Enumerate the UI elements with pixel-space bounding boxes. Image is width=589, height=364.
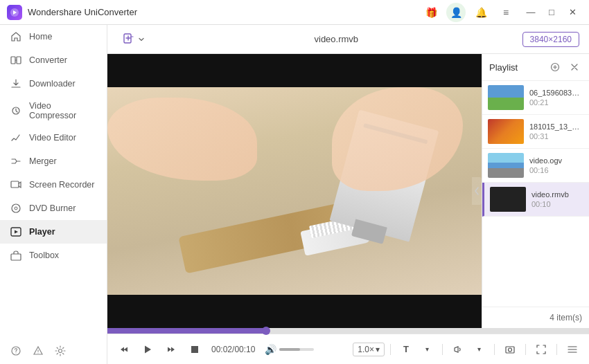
menu-icon[interactable]: ≡ [496, 3, 516, 22]
playlist-thumb-3 [488, 153, 524, 178]
dvd-icon [10, 202, 22, 215]
subtitle-dropdown-icon: ▾ [425, 345, 429, 353]
fullscreen-button[interactable] [531, 340, 551, 359]
sidebar-item-converter[interactable]: Converter [0, 48, 107, 72]
player-toolbar: video.rmvb 3840×2160 [107, 25, 589, 54]
playlist-toggle-button[interactable] [563, 340, 582, 359]
add-file-icon [123, 33, 135, 46]
time-display: 00:02/00:10 [211, 345, 255, 354]
filename-label: video.rmvb [157, 34, 516, 44]
playlist-item-duration-4: 00:10 [531, 200, 583, 208]
app-title: Wondershare UniConverter [28, 7, 421, 17]
notification-icon[interactable]: 🔔 [471, 3, 491, 22]
video-area[interactable] [107, 54, 482, 328]
snapshot-button[interactable] [500, 340, 520, 359]
main-layout: Home Converter Downloader Video Compress… [0, 25, 589, 364]
playlist-item[interactable]: 181015_13_Venic... 00:31 [482, 115, 589, 149]
sidebar-label-converter: Converter [29, 55, 67, 65]
rewind-icon [119, 345, 129, 354]
minimize-button[interactable]: — [521, 6, 540, 19]
sidebar-item-downloader[interactable]: Downloader [0, 72, 107, 95]
close-button[interactable]: ✕ [563, 6, 582, 19]
alert-icon[interactable] [32, 345, 44, 357]
playlist-item[interactable]: video.ogv 00:16 [482, 149, 589, 183]
subtitle-icon: T [403, 344, 409, 354]
video-frame [107, 54, 482, 328]
volume-icon[interactable]: 🔊 [265, 344, 276, 355]
sidebar-label-downloader: Downloader [29, 79, 76, 89]
playlist-item-duration-2: 00:31 [529, 132, 583, 140]
svg-rect-1 [11, 57, 15, 64]
remove-from-playlist-icon[interactable] [567, 60, 582, 75]
snapshot-icon [505, 345, 515, 354]
collapse-playlist-button[interactable] [472, 177, 482, 205]
playlist-item[interactable]: 06_1596083776.d... 00:21 [482, 81, 589, 115]
svg-point-5 [12, 204, 20, 212]
audio-track-button[interactable] [448, 340, 468, 359]
video-playlist-row: Playlist 06_159 [107, 54, 589, 328]
speed-dropdown-icon: ▾ [376, 345, 380, 354]
sidebar-item-merger[interactable]: Merger [0, 149, 107, 173]
fullscreen-icon [536, 345, 546, 354]
playlist-item-info-1: 06_1596083776.d... 00:21 [529, 89, 583, 107]
playlist-actions [547, 60, 582, 75]
rewind-button[interactable] [114, 340, 134, 359]
content-area: video.rmvb 3840×2160 [107, 25, 589, 364]
dropdown-arrow-icon [138, 36, 145, 43]
subtitle-group: T ▾ [396, 340, 437, 359]
stop-button[interactable] [185, 340, 204, 359]
add-file-button[interactable] [117, 30, 150, 48]
audio-track-icon [453, 345, 463, 354]
svg-rect-15 [191, 346, 198, 353]
svg-point-10 [15, 352, 16, 353]
gift-icon[interactable]: 🎁 [421, 3, 441, 22]
sidebar-item-home[interactable]: Home [0, 25, 107, 48]
collapse-icon [474, 187, 480, 195]
sidebar-item-toolbox[interactable]: Toolbox [0, 244, 107, 267]
help-icon[interactable] [10, 345, 22, 357]
playlist-item-name-3: video.ogv [529, 156, 583, 165]
sidebar-item-player[interactable]: Player [0, 220, 107, 244]
playlist-item-info-4: video.rmvb 00:10 [531, 190, 583, 208]
playlist-toggle-icon [568, 345, 577, 354]
sidebar-label-recorder: Screen Recorder [29, 180, 95, 190]
playlist-thumb-1 [488, 85, 524, 110]
settings-icon[interactable] [54, 345, 67, 357]
divider-1 [390, 344, 391, 355]
sidebar-item-screen-recorder[interactable]: Screen Recorder [0, 173, 107, 197]
current-time: 00:02 [211, 345, 232, 354]
playlist-item-info-3: video.ogv 00:16 [529, 156, 583, 174]
svg-point-17 [509, 348, 512, 352]
sidebar-item-dvd-burner[interactable]: DVD Burner [0, 197, 107, 220]
video-letterbox-top [107, 54, 482, 87]
video-scene-bg [107, 87, 482, 295]
subtitle-button[interactable]: T [396, 340, 416, 359]
playlist-item-name-2: 181015_13_Venic... [529, 122, 583, 131]
playlist-footer: 4 item(s) [482, 307, 589, 328]
playlist-item-active[interactable]: video.rmvb 00:10 [482, 183, 589, 217]
sidebar-item-video-compressor[interactable]: Video Compressor [0, 95, 107, 126]
playlist-panel: Playlist 06_159 [482, 54, 589, 328]
sidebar-label-merger: Merger [29, 156, 57, 166]
progress-bar[interactable] [107, 328, 589, 334]
sidebar-item-video-editor[interactable]: Video Editor [0, 126, 107, 149]
svg-rect-4 [11, 181, 19, 188]
playlist-header: Playlist [482, 54, 589, 81]
video-letterbox-bottom [107, 295, 482, 328]
play-button[interactable] [138, 340, 157, 359]
player-icon [10, 226, 22, 238]
sidebar: Home Converter Downloader Video Compress… [0, 25, 107, 364]
volume-slider[interactable] [279, 348, 314, 351]
speed-button[interactable]: 1.0× ▾ [353, 343, 385, 356]
audio-dropdown-button[interactable]: ▾ [469, 340, 489, 359]
fast-forward-button[interactable] [161, 340, 181, 359]
playlist-item-info-2: 181015_13_Venic... 00:31 [529, 122, 583, 140]
user-icon[interactable]: 👤 [446, 3, 466, 22]
controls-bar: 00:02/00:10 🔊 1.0× ▾ T ▾ [107, 334, 589, 364]
add-to-playlist-icon[interactable] [547, 60, 563, 75]
merger-icon [10, 155, 22, 167]
volume-section: 🔊 [265, 344, 314, 355]
home-icon [10, 30, 22, 43]
maximize-button[interactable]: □ [542, 6, 561, 19]
subtitle-dropdown-button[interactable]: ▾ [417, 340, 437, 359]
